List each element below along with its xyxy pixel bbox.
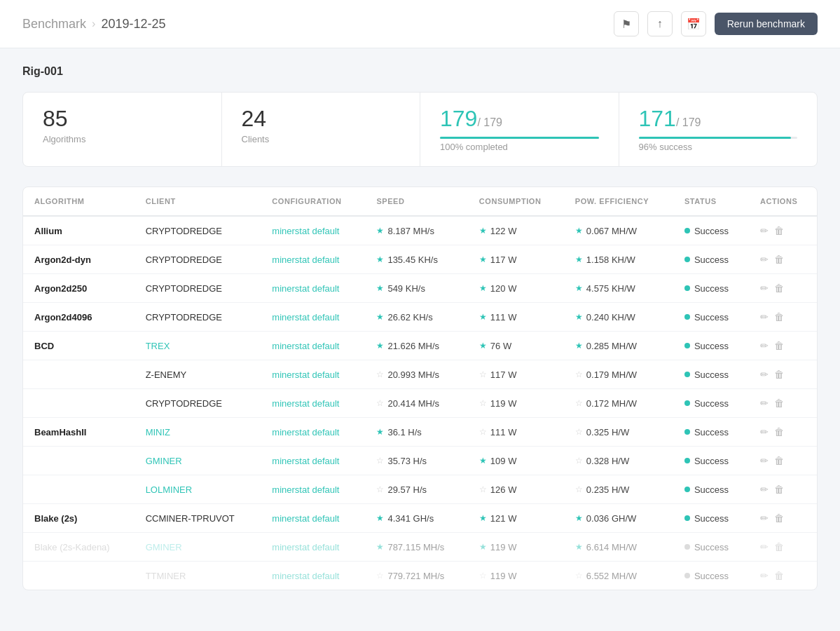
edit-icon[interactable]: ✏ — [760, 398, 769, 409]
status-cell: Success — [673, 562, 749, 590]
efficiency-cell: ☆ 0.235 H/W — [564, 475, 673, 504]
stat-label-clients: Clients — [242, 134, 401, 144]
config-cell: minerstat default — [261, 504, 365, 533]
efficiency-cell: ☆ 0.328 H/W — [564, 447, 673, 475]
status-cell: Success — [673, 389, 749, 418]
header-actions: ⚑ ↑ 📅 Rerun benchmark — [614, 11, 818, 36]
col-configuration: CONFIGURATION — [261, 187, 365, 216]
stat-label-success: 96% success — [639, 142, 798, 152]
algo-cell: BCD — [23, 332, 135, 360]
calendar-button[interactable]: 📅 — [681, 11, 706, 36]
client-cell: CRYPTODREDGE — [135, 389, 261, 418]
export-icon: ↑ — [657, 18, 663, 30]
config-cell: minerstat default — [261, 274, 365, 303]
progress-fill-success — [639, 137, 791, 139]
efficiency-cell: ★ 0.067 MH/W — [564, 216, 673, 245]
delete-icon[interactable]: 🗑 — [774, 225, 784, 236]
delete-icon[interactable]: 🗑 — [774, 426, 784, 437]
edit-icon[interactable]: ✏ — [760, 426, 769, 437]
delete-icon[interactable]: 🗑 — [774, 570, 784, 581]
stat-card-algorithms: 85 Algorithms — [23, 93, 222, 166]
algo-cell: BeamHashII — [23, 418, 135, 447]
algo-cell: Argon2d250 — [23, 274, 135, 303]
status-cell: Success — [673, 504, 749, 533]
delete-icon[interactable]: 🗑 — [774, 369, 784, 380]
speed-cell: ☆ 35.73 H/s — [365, 447, 467, 475]
table-row: Blake (2s-Kadena)GMINERminerstat default… — [23, 533, 817, 562]
config-cell: minerstat default — [261, 332, 365, 360]
client-cell: GMINER — [135, 447, 261, 475]
benchmark-table: ALGORITHM CLIENT CONFIGURATION SPEED CON… — [23, 187, 817, 590]
speed-cell: ★ 787.115 MH/s — [365, 533, 467, 562]
speed-cell: ☆ 20.414 MH/s — [365, 389, 467, 418]
status-cell: Success — [673, 475, 749, 504]
breadcrumb-date: 2019-12-25 — [101, 17, 165, 32]
delete-icon[interactable]: 🗑 — [774, 455, 784, 466]
table-row: LOLMINERminerstat default☆ 29.57 H/s☆ 12… — [23, 475, 817, 504]
actions-cell: ✏ 🗑 — [749, 245, 817, 274]
edit-icon[interactable]: ✏ — [760, 369, 769, 380]
breadcrumb: Benchmark › 2019-12-25 — [22, 17, 165, 32]
rerun-benchmark-button[interactable]: Rerun benchmark — [715, 13, 818, 35]
table-row: BCDTREXminerstat default★ 21.626 MH/s★ 7… — [23, 332, 817, 360]
edit-icon[interactable]: ✏ — [760, 311, 769, 323]
progress-track-completed — [440, 137, 599, 139]
delete-icon[interactable]: 🗑 — [774, 254, 784, 265]
efficiency-cell: ★ 0.240 KH/W — [564, 303, 673, 332]
client-cell: GMINER — [135, 533, 261, 562]
content: Rig-001 85 Algorithms 24 Clients 179/ 17… — [0, 48, 840, 607]
actions-cell: ✏ 🗑 — [749, 332, 817, 360]
calendar-icon: 📅 — [687, 18, 701, 31]
edit-icon[interactable]: ✏ — [760, 225, 769, 236]
config-cell: minerstat default — [261, 447, 365, 475]
efficiency-cell: ☆ 0.325 H/W — [564, 418, 673, 447]
edit-icon[interactable]: ✏ — [760, 541, 769, 552]
col-consumption: CONSUMPTION — [468, 187, 564, 216]
speed-cell: ★ 549 KH/s — [365, 274, 467, 303]
speed-cell: ★ 36.1 H/s — [365, 418, 467, 447]
delete-icon[interactable]: 🗑 — [774, 311, 784, 323]
stat-label-algorithms: Algorithms — [43, 134, 202, 144]
config-cell: minerstat default — [261, 245, 365, 274]
edit-icon[interactable]: ✏ — [760, 283, 769, 294]
consumption-cell: ★ 122 W — [468, 216, 564, 245]
edit-icon[interactable]: ✏ — [760, 484, 769, 495]
consumption-cell: ☆ 119 W — [468, 389, 564, 418]
col-actions: ACTIONS — [749, 187, 817, 216]
delete-icon[interactable]: 🗑 — [774, 541, 784, 552]
speed-cell: ★ 26.62 KH/s — [365, 303, 467, 332]
client-cell: CRYPTODREDGE — [135, 245, 261, 274]
export-button[interactable]: ↑ — [647, 11, 673, 36]
actions-cell: ✏ 🗑 — [749, 475, 817, 504]
breadcrumb-root[interactable]: Benchmark — [22, 17, 86, 32]
flag-button[interactable]: ⚑ — [614, 11, 639, 36]
delete-icon[interactable]: 🗑 — [774, 484, 784, 495]
actions-cell: ✏ 🗑 — [749, 216, 817, 245]
client-cell: CCMINER-TPRUVOT — [135, 504, 261, 533]
edit-icon[interactable]: ✏ — [760, 340, 769, 351]
config-cell: minerstat default — [261, 533, 365, 562]
efficiency-cell: ☆ 0.179 MH/W — [564, 360, 673, 389]
config-cell: minerstat default — [261, 389, 365, 418]
actions-cell: ✏ 🗑 — [749, 504, 817, 533]
edit-icon[interactable]: ✏ — [760, 570, 769, 581]
consumption-cell: ★ 120 W — [468, 274, 564, 303]
edit-icon[interactable]: ✏ — [760, 254, 769, 265]
consumption-cell: ★ 109 W — [468, 447, 564, 475]
col-pow-efficiency: POW. EFFICIENCY — [564, 187, 673, 216]
efficiency-cell: ★ 1.158 KH/W — [564, 245, 673, 274]
edit-icon[interactable]: ✏ — [760, 455, 769, 466]
stat-card-success: 171/ 179 96% success — [619, 93, 818, 166]
consumption-cell: ☆ 126 W — [468, 475, 564, 504]
config-cell: minerstat default — [261, 475, 365, 504]
edit-icon[interactable]: ✏ — [760, 513, 769, 524]
col-algorithm: ALGORITHM — [23, 187, 135, 216]
config-cell: minerstat default — [261, 303, 365, 332]
delete-icon[interactable]: 🗑 — [774, 398, 784, 409]
stats-row: 85 Algorithms 24 Clients 179/ 179 100% c — [22, 92, 818, 167]
delete-icon[interactable]: 🗑 — [774, 340, 784, 351]
delete-icon[interactable]: 🗑 — [774, 513, 784, 524]
actions-cell: ✏ 🗑 — [749, 389, 817, 418]
delete-icon[interactable]: 🗑 — [774, 283, 784, 294]
table-header-row: ALGORITHM CLIENT CONFIGURATION SPEED CON… — [23, 187, 817, 216]
